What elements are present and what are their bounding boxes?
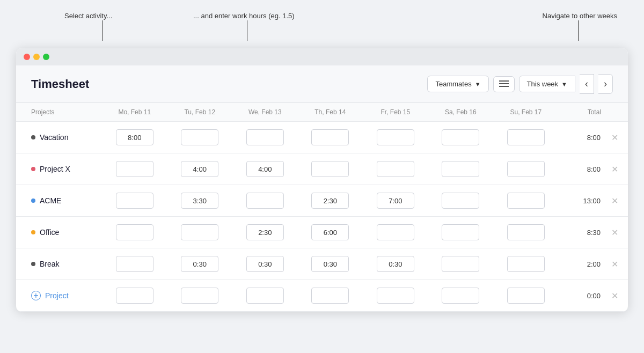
col-sun: Su, Feb 17 (493, 103, 559, 122)
hour-cell-3-6 (493, 217, 559, 248)
time-input-2-4[interactable] (377, 193, 414, 209)
delete-row-button[interactable]: ✕ (609, 194, 620, 208)
time-input-2-5[interactable] (442, 193, 479, 209)
table-row: Office 8:30 ✕ (16, 217, 628, 248)
col-total: Total (559, 103, 628, 122)
add-hour-cell-1 (167, 280, 233, 312)
time-input-3-6[interactable] (507, 224, 545, 240)
time-input-3-1[interactable] (181, 224, 218, 240)
time-input-1-3[interactable] (311, 161, 349, 177)
add-hour-cell-2 (232, 280, 298, 312)
next-week-button[interactable]: › (598, 74, 613, 94)
time-input-0-3[interactable] (311, 129, 349, 145)
list-view-button[interactable] (493, 76, 515, 92)
time-input-0-2[interactable] (246, 129, 284, 145)
delete-row-button[interactable]: ✕ (609, 225, 620, 240)
time-input-1-0[interactable] (116, 161, 153, 177)
table-body: Vacation 8:00 ✕ Project X 8:00 ✕ ACME 13… (16, 122, 628, 312)
time-input-3-5[interactable] (442, 224, 479, 240)
project-dot (31, 198, 35, 203)
time-input-0-0[interactable] (116, 129, 153, 145)
time-input-1-4[interactable] (377, 161, 414, 177)
hour-cell-1-6 (493, 153, 559, 185)
project-cell: Break (16, 248, 102, 280)
time-input-4-3[interactable] (311, 256, 349, 272)
add-hour-cell-3 (298, 280, 363, 312)
table-row: Break 2:00 ✕ (16, 248, 628, 280)
table-container: Projects Mo, Feb 11 Tu, Feb 12 We, Feb 1… (16, 103, 628, 312)
chevron-down-icon: ▼ (475, 81, 481, 87)
table-row: Project X 8:00 ✕ (16, 153, 628, 185)
time-input-1-1[interactable] (181, 161, 218, 177)
add-time-input-6[interactable] (507, 288, 545, 304)
time-input-0-1[interactable] (181, 129, 218, 145)
delete-row-button[interactable]: ✕ (609, 130, 620, 145)
time-input-2-0[interactable] (116, 193, 153, 209)
add-delete-button[interactable]: ✕ (609, 289, 620, 303)
add-total-cell: 0:00 ✕ (559, 280, 628, 312)
time-input-0-5[interactable] (442, 129, 479, 145)
hour-cell-3-0 (102, 217, 167, 248)
hour-cell-1-5 (428, 153, 494, 185)
add-time-input-5[interactable] (442, 288, 479, 304)
this-week-button[interactable]: This week ▼ (519, 76, 575, 92)
add-project-button[interactable]: + Project (31, 291, 69, 300)
time-input-4-2[interactable] (246, 256, 284, 272)
total-cell: 8:30 ✕ (559, 217, 628, 248)
time-input-4-0[interactable] (116, 256, 153, 272)
app-window: Timesheet Teammates ▼ This week ▼ ‹ (16, 48, 628, 312)
add-hour-cell-5 (428, 280, 494, 312)
hour-cell-1-1 (167, 153, 233, 185)
prev-icon: ‹ (585, 78, 588, 90)
project-name-label: Vacation (40, 133, 68, 142)
header: Timesheet Teammates ▼ This week ▼ ‹ (16, 65, 628, 103)
total-value: 8:00 (587, 165, 601, 173)
week-label: This week (527, 80, 559, 88)
time-input-1-2[interactable] (246, 161, 284, 177)
time-input-4-4[interactable] (377, 256, 414, 272)
delete-row-button[interactable]: ✕ (609, 257, 620, 271)
time-input-4-5[interactable] (442, 256, 479, 272)
teammates-button[interactable]: Teammates ▼ (427, 76, 488, 92)
add-time-input-0[interactable] (116, 288, 153, 304)
time-input-0-6[interactable] (507, 129, 545, 145)
delete-row-button[interactable]: ✕ (609, 162, 620, 176)
time-input-3-4[interactable] (377, 224, 414, 240)
col-projects: Projects (16, 103, 102, 122)
hour-cell-3-5 (428, 217, 494, 248)
time-input-3-2[interactable] (246, 224, 284, 240)
add-time-input-2[interactable] (246, 288, 284, 304)
time-input-4-6[interactable] (507, 256, 545, 272)
add-project-label: Project (45, 291, 69, 300)
time-input-1-5[interactable] (442, 161, 479, 177)
total-cell: 8:00 ✕ (559, 122, 628, 153)
add-time-input-4[interactable] (377, 288, 414, 304)
time-input-4-1[interactable] (181, 256, 218, 272)
add-circle-icon: + (31, 291, 41, 300)
total-value: 8:30 (587, 229, 601, 237)
time-input-3-3[interactable] (311, 224, 349, 240)
hour-cell-2-1 (167, 185, 233, 217)
add-time-input-3[interactable] (311, 288, 349, 304)
time-input-2-3[interactable] (311, 193, 349, 209)
time-input-3-0[interactable] (116, 224, 153, 240)
time-input-2-6[interactable] (507, 193, 545, 209)
add-time-input-1[interactable] (181, 288, 218, 304)
hour-cell-2-5 (428, 185, 494, 217)
time-input-2-1[interactable] (181, 193, 218, 209)
hour-cell-2-3 (298, 185, 363, 217)
time-input-1-6[interactable] (507, 161, 545, 177)
annotation-enter-hours: ... and enter work hours (eg. 1.5) (193, 12, 295, 20)
project-name-label: Project X (40, 165, 70, 173)
title-bar (16, 48, 628, 65)
time-input-0-4[interactable] (377, 129, 414, 145)
hour-cell-3-2 (232, 217, 298, 248)
hour-cell-4-6 (493, 248, 559, 280)
page-title: Timesheet (31, 77, 89, 91)
hour-cell-0-1 (167, 122, 233, 153)
time-input-2-2[interactable] (246, 193, 284, 209)
total-value: 2:00 (587, 260, 601, 268)
traffic-light-2 (33, 54, 40, 60)
prev-week-button[interactable]: ‹ (580, 74, 594, 94)
hour-cell-4-2 (232, 248, 298, 280)
